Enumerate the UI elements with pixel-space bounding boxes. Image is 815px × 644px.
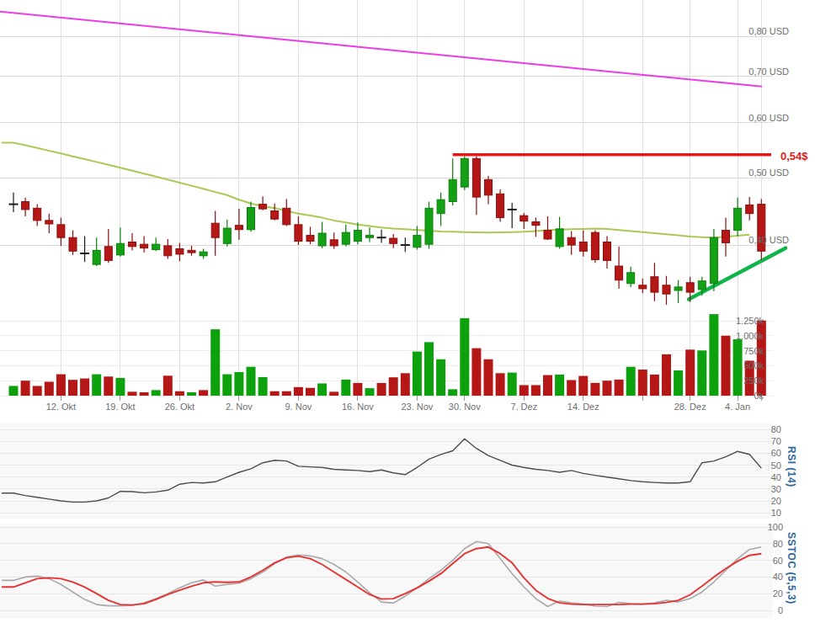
volume-axis-label: 750k xyxy=(743,346,764,356)
volume-bar xyxy=(128,391,137,396)
candle-body xyxy=(604,242,611,260)
candle-body xyxy=(34,208,41,221)
candle-body xyxy=(663,285,670,294)
volume-bar xyxy=(590,383,599,396)
rsi-tick-label: 30 xyxy=(771,484,781,494)
volume-bar xyxy=(424,342,434,396)
doji-candle xyxy=(401,244,410,246)
candle-body xyxy=(116,243,124,255)
volume-bar xyxy=(80,379,89,396)
x-axis-label: 28. Dez xyxy=(674,402,706,412)
resistance-price-label: 0,54$ xyxy=(780,150,815,162)
candle-body xyxy=(651,277,658,292)
candle-body xyxy=(223,228,231,243)
volume-axis-label: 1.000k xyxy=(736,331,764,341)
candle-body xyxy=(579,242,587,251)
volume-bar xyxy=(294,387,303,396)
volume-bar xyxy=(306,388,315,396)
candle-body xyxy=(306,236,314,242)
candle-body xyxy=(437,200,445,214)
volume-bar xyxy=(163,375,173,396)
volume-bar xyxy=(626,367,636,396)
x-axis-label: 12. Okt xyxy=(46,402,76,412)
volume-bar xyxy=(401,373,410,396)
price-axis-label: 0,60 USD xyxy=(748,113,789,123)
candle-body xyxy=(485,179,493,194)
candle-body xyxy=(211,223,219,237)
rsi-tick-label: 70 xyxy=(771,436,781,446)
stochastic-tick-label: 60 xyxy=(773,556,783,566)
candle-body xyxy=(57,225,65,237)
candle-body xyxy=(188,250,195,253)
volume-bar xyxy=(33,386,42,396)
x-axis-label: 30. Nov xyxy=(449,402,481,412)
x-axis-label: 4. Jan xyxy=(725,402,750,412)
volume-bar xyxy=(733,339,743,396)
volume-bar xyxy=(56,375,66,396)
volume-bar xyxy=(317,383,327,396)
candle-body xyxy=(567,237,575,245)
x-axis-label: 2. Nov xyxy=(226,402,253,412)
downtrend-line xyxy=(0,12,762,87)
volume-axis-label: 0k xyxy=(754,391,764,401)
candle-body xyxy=(710,237,717,284)
volume-bar xyxy=(68,380,77,396)
rsi-tick-label: 60 xyxy=(771,448,781,458)
candles-layer xyxy=(9,157,765,305)
volume-bar xyxy=(152,390,161,396)
volume-bar xyxy=(341,380,350,396)
x-axis-label: 16. Nov xyxy=(342,402,374,412)
volume-bar xyxy=(247,367,256,396)
candle-body xyxy=(330,240,338,246)
candle-body xyxy=(93,250,100,264)
volume-axis-label: 1.250k xyxy=(736,316,764,326)
x-axis-label: 7. Dez xyxy=(510,402,537,412)
support-trend-line xyxy=(689,248,786,300)
rsi-tick-label: 80 xyxy=(771,424,781,434)
candle-body xyxy=(283,208,290,225)
candle-body xyxy=(248,208,255,230)
volume-axis-label: 250k xyxy=(743,375,764,386)
candle-body xyxy=(45,221,53,224)
volume-bar xyxy=(282,391,291,396)
volume-bar xyxy=(377,383,386,396)
price-axis-label: 0,40 USD xyxy=(748,235,789,245)
volume-bar xyxy=(531,385,541,396)
volume-bar xyxy=(460,318,469,396)
candle-body xyxy=(235,226,242,230)
doji-candle xyxy=(377,237,386,238)
candle-body xyxy=(639,285,647,289)
candle-body xyxy=(271,210,279,219)
candle-body xyxy=(141,244,148,247)
candle-body xyxy=(591,232,599,259)
volume-bar xyxy=(615,380,624,396)
candle-body xyxy=(734,208,742,230)
trend-lines xyxy=(0,12,786,300)
rsi-panel-title: RSI (14) xyxy=(786,446,797,505)
volume-bar xyxy=(115,378,125,396)
candle-body xyxy=(722,231,730,243)
price-axis-label: 0,50 USD xyxy=(748,168,789,178)
volume-bar xyxy=(448,389,457,396)
candle-body xyxy=(425,208,433,244)
stochastic-tick-label: 40 xyxy=(773,572,783,582)
candle-body xyxy=(472,158,480,197)
volume-bar xyxy=(543,375,552,396)
volume-bar xyxy=(662,354,671,396)
candle-body xyxy=(686,283,694,292)
candle-body xyxy=(461,158,468,187)
candle-body xyxy=(342,232,349,244)
candle-body xyxy=(259,205,267,210)
candle-body xyxy=(318,233,326,246)
volume-bar xyxy=(697,350,706,396)
volume-axis-label: 500k xyxy=(743,360,764,370)
candle-body xyxy=(449,179,456,201)
volume-bar xyxy=(650,375,659,396)
x-axis-label: 26. Okt xyxy=(165,402,194,412)
volume-bar xyxy=(496,373,505,396)
candle-body xyxy=(674,287,682,290)
volume-bar xyxy=(685,349,695,396)
volume-bar xyxy=(92,375,101,396)
stochastic-panel-bg xyxy=(0,524,773,619)
volume-bar xyxy=(674,370,683,396)
